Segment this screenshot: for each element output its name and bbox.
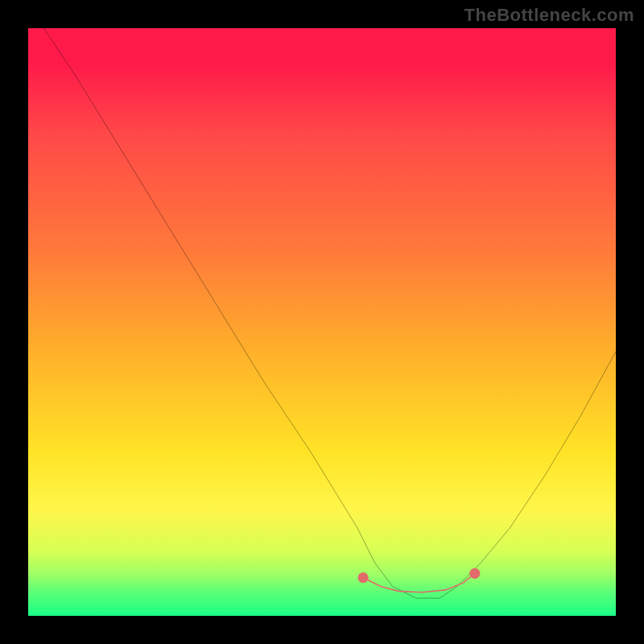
optimal-band-dot-left: [358, 572, 369, 583]
optimal-band: [363, 573, 475, 592]
optimal-band-dot-right: [469, 568, 480, 579]
plot-area: [28, 28, 616, 616]
watermark-text: TheBottleneck.com: [464, 5, 634, 26]
bottleneck-curve: [28, 28, 616, 598]
curve-layer: [28, 28, 616, 616]
chart-frame: TheBottleneck.com: [0, 0, 644, 644]
